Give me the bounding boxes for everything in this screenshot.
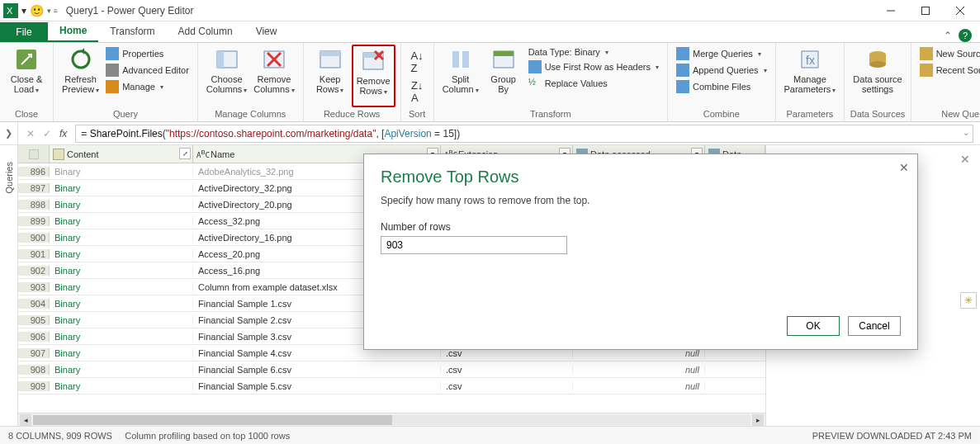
cell-content[interactable]: Binary [50,332,193,342]
close-window-button[interactable] [944,1,977,21]
choose-columns-icon [214,46,240,73]
column-header-content[interactable]: Content⤢ [50,145,193,163]
group-sort-label: Sort [406,107,428,121]
queries-sidebar-collapsed[interactable]: Queries [0,145,18,426]
collapse-ribbon-icon[interactable]: ⌃ [944,30,952,41]
group-close-label: Close [5,107,48,121]
cell-content[interactable]: Binary [50,315,193,325]
cell-date-accessed[interactable]: null [573,365,705,375]
remove-columns-button[interactable]: Remove Columns▾ [250,45,297,107]
emoji-icon[interactable]: 🙂 [30,4,44,17]
cancel-button[interactable]: Cancel [848,316,901,336]
recent-sources-button[interactable]: Recent Sources▾ [918,63,980,78]
maximize-button[interactable] [909,1,942,21]
refresh-icon [68,46,94,73]
replace-icon: ½ [528,77,542,90]
cell-name[interactable]: Financial Sample 5.csv [193,381,441,391]
tab-add-column[interactable]: Add Column [167,21,244,42]
scroll-right-icon[interactable]: ▸ [752,414,764,426]
cell-content[interactable]: Binary [50,249,193,259]
expand-icon[interactable]: ⤢ [179,148,191,159]
table-row[interactable]: 908BinaryFinancial Sample 6.csv.csvnull [18,361,765,378]
formula-dropdown-icon[interactable]: ⌄ [963,128,969,137]
sort-desc-button[interactable]: Z↓A [411,79,423,104]
group-new-query-label: New Query [916,107,980,121]
split-column-icon [447,46,474,73]
close-load-button[interactable]: Close & Load▾ [5,45,48,107]
properties-button[interactable]: Properties [104,46,191,61]
cell-date-accessed[interactable]: null [573,381,705,391]
combine-files-button[interactable]: Combine Files [675,79,769,94]
cell-content[interactable]: Binary [50,183,193,193]
cell-content[interactable]: Binary [50,266,193,276]
split-column-button[interactable]: Split Column▾ [439,45,482,107]
data-source-settings-button[interactable]: Data source settings [850,45,905,107]
formula-input[interactable]: = SharePoint.Files("https://contoso.shar… [75,125,973,143]
queries-pane-expand-button[interactable]: ❯ [0,122,18,144]
step-settings-gear-icon[interactable]: ✳ [960,292,977,309]
group-by-button[interactable]: Group By [482,45,525,107]
new-source-button[interactable]: New Source▾ [918,46,980,61]
cell-content[interactable]: Binary [50,233,193,243]
save-icon[interactable]: ▾ [21,5,26,17]
group-parameters-label: Parameters [781,107,840,121]
dialog-close-icon[interactable]: ✕ [899,161,909,174]
keep-rows-button[interactable]: Keep Rows▾ [309,45,352,107]
advanced-editor-button[interactable]: Advanced Editor [104,63,191,78]
advanced-editor-icon [106,64,119,77]
remove-rows-button[interactable]: Remove Rows▾ [352,45,395,107]
svg-rect-9 [217,51,224,68]
manage-parameters-button[interactable]: fx Manage Parameters▾ [781,45,840,107]
manage-button[interactable]: Manage▾ [104,79,191,94]
row-index: 906 [18,332,50,342]
choose-columns-button[interactable]: Choose Columns▾ [203,45,250,107]
text-type-icon: ABC [196,149,208,160]
headers-icon [528,60,542,73]
number-of-rows-input[interactable] [381,236,567,254]
append-queries-button[interactable]: Append Queries▾ [675,63,769,78]
table-row[interactable]: 909BinaryFinancial Sample 5.csv.csvnull [18,378,765,394]
cell-content[interactable]: Binary [50,216,193,226]
cell-name[interactable]: Financial Sample 6.csv [193,365,441,375]
tab-home[interactable]: Home [48,21,98,42]
dialog-title: Remove Top Rows [381,168,901,187]
cell-extension[interactable]: .csv [441,365,573,375]
tab-view[interactable]: View [244,21,289,42]
scroll-track[interactable] [33,415,750,425]
cell-content[interactable]: Binary [50,381,193,391]
scroll-left-icon[interactable]: ◂ [20,414,31,426]
scroll-thumb[interactable] [33,415,392,425]
cancel-formula-icon[interactable]: ✕ [26,128,35,139]
cell-content[interactable]: Binary [50,299,193,309]
cell-extension[interactable]: .csv [441,381,573,391]
data-type-button[interactable]: Data Type: Binary▾ [527,46,660,58]
ribbon-tabs: File Home Transform Add Column View ⌃ ? [0,21,980,43]
grid-corner-button[interactable] [18,145,50,163]
ok-button[interactable]: OK [787,316,840,336]
keep-rows-icon [317,46,343,73]
cell-content[interactable]: Binary [50,282,193,292]
svg-rect-19 [452,51,459,68]
horizontal-scrollbar[interactable]: ◂ ▸ [18,413,765,426]
use-first-row-button[interactable]: Use First Row as Headers▾ [527,59,660,74]
minimize-button[interactable] [874,1,907,21]
qat-dropdown-icon[interactable]: ▾ ≡ [47,7,58,15]
cell-content[interactable]: Binary [50,365,193,375]
merge-queries-button[interactable]: Merge Queries▾ [675,46,769,61]
help-icon[interactable]: ? [959,29,972,42]
tab-transform[interactable]: Transform [98,21,166,42]
cell-content[interactable]: Binary [50,348,193,358]
group-manage-columns-label: Manage Columns [203,107,298,121]
tab-file[interactable]: File [0,22,48,42]
cell-content[interactable]: Binary [50,167,193,177]
close-settings-icon[interactable]: ✕ [960,153,970,166]
sort-asc-button[interactable]: A↓Z [411,50,424,74]
row-index: 907 [18,348,50,358]
fx-icon[interactable]: fx [59,128,67,139]
row-index: 902 [18,266,50,276]
replace-values-button[interactable]: ½Replace Values [527,76,660,91]
remove-columns-icon [261,46,287,73]
refresh-preview-button[interactable]: Refresh Preview▾ [59,45,102,107]
cell-content[interactable]: Binary [50,200,193,210]
commit-formula-icon[interactable]: ✓ [43,128,51,139]
